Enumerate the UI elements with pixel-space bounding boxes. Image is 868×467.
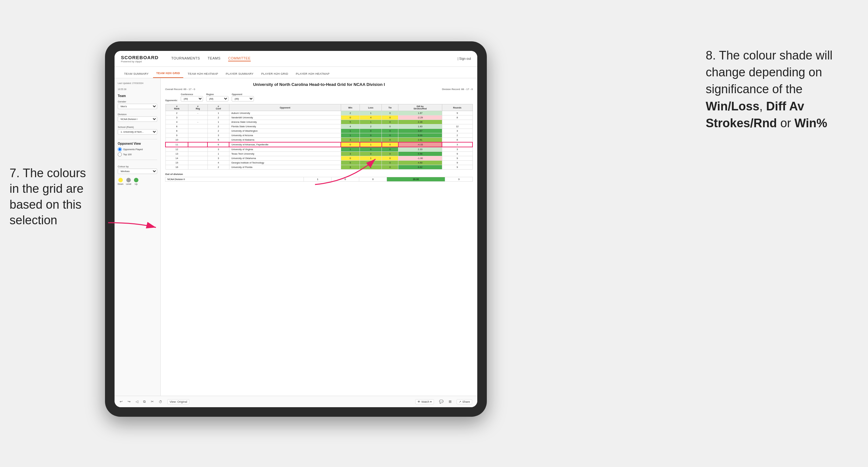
tab-team-summary[interactable]: TEAM SUMMARY <box>121 70 152 78</box>
cell-conf: 3 <box>208 133 229 138</box>
logo-text: SCOREBOARD <box>121 55 158 60</box>
table-row: 9 3 University of Arizona 1 0 0 9.00 2 <box>165 133 472 138</box>
tab-player-h2h-grid[interactable]: PLAYER H2H GRID <box>258 70 291 78</box>
legend-level-label: Level <box>126 183 131 185</box>
watch-label: Watch ▾ <box>421 400 432 403</box>
table-row: 15 4 Georgia Institute of Technology 5 0… <box>165 161 472 165</box>
copy-icon[interactable]: ⧉ <box>143 400 146 404</box>
tab-player-h2h-heatmap[interactable]: PLAYER H2H HEATMAP <box>293 70 333 78</box>
cell-loss: 0 <box>360 138 382 143</box>
cell-reg <box>188 133 208 138</box>
cell-conf: 1 <box>208 120 229 124</box>
radio-opponents-played[interactable]: Opponents Played <box>118 147 157 151</box>
ood-tie: 0 <box>359 177 387 182</box>
opponent-select[interactable]: (All) <box>231 96 254 101</box>
cell-rounds: 9 <box>442 111 472 116</box>
cell-team: University of Alabama <box>229 138 341 143</box>
nav-teams[interactable]: TEAMS <box>208 56 220 61</box>
cell-diff: 1.67 <box>398 111 442 116</box>
conference-select[interactable]: (All) <box>181 96 203 101</box>
cell-conf: 2 <box>208 165 229 169</box>
cell-reg <box>188 165 208 169</box>
cell-rank: 3 <box>165 116 188 120</box>
watch-btn[interactable]: 👁 Watch ▾ <box>415 399 434 404</box>
col-reg: #Reg <box>188 104 208 111</box>
cell-diff: 4.50 <box>398 161 442 165</box>
cell-reg <box>188 129 208 133</box>
cell-tie: 0 <box>382 152 398 156</box>
division-select[interactable]: NCAA Division I <box>118 117 157 122</box>
cell-team: Vanderbilt University <box>229 116 341 120</box>
cell-rounds: 12 <box>442 124 472 129</box>
radio-top-100[interactable]: Top 100 <box>118 152 157 157</box>
timer-icon[interactable]: ⏱ <box>159 400 162 404</box>
back-icon[interactable]: ◁ <box>135 400 138 404</box>
cell-tie: 0 <box>382 133 398 138</box>
bottom-toolbar: ↩ ↪ ◁ ⧉ ✂ ⏱ View: Original 👁 Watch ▾ 💬 ⊞… <box>115 396 477 407</box>
redo-icon[interactable]: ↪ <box>128 400 130 404</box>
cut-icon[interactable]: ✂ <box>151 400 154 404</box>
cell-rank: 11 <box>165 142 188 147</box>
cell-win: 3 <box>341 165 360 169</box>
table-row: 12 3 University of Virginia 1 0 0 2.33 3 <box>165 147 472 152</box>
cell-loss: 0 <box>360 152 382 156</box>
cell-win: 0 <box>341 156 360 161</box>
nav-tournaments[interactable]: TOURNAMENTS <box>171 56 200 61</box>
tab-team-h2h-heatmap[interactable]: TEAM H2H HEATMAP <box>185 70 221 78</box>
cell-rounds: 8 <box>442 138 472 143</box>
cell-reg: - <box>188 120 208 124</box>
cell-win: 3 <box>341 138 360 143</box>
table-row: 3 2 Vanderbilt University 0 4 0 -2.29 8 <box>165 116 472 120</box>
cell-rounds: 3 <box>442 129 472 133</box>
conference-label: Conference <box>181 93 203 95</box>
cell-team: Texas Tech University <box>229 152 341 156</box>
tab-team-h2h-grid[interactable]: TEAM H2H GRID <box>153 69 183 78</box>
comment-icon[interactable]: 💬 <box>439 400 443 404</box>
cell-diff: -1.00 <box>398 156 442 161</box>
gender-select[interactable]: Men's <box>118 104 157 109</box>
cell-conf: 6 <box>208 142 229 147</box>
cell-rounds <box>442 120 472 124</box>
share-btn[interactable]: ↗ Share <box>457 399 472 404</box>
cell-reg <box>188 152 208 156</box>
cell-diff: -2.29 <box>398 116 442 120</box>
cell-team: Georgia Institute of Technology <box>229 161 341 165</box>
cell-diff: 9.00 <box>398 133 442 138</box>
filter-opponent: Opponent (All) <box>231 93 254 101</box>
cell-loss: 4 <box>360 116 382 120</box>
cell-conf: 2 <box>208 129 229 133</box>
nav-committee[interactable]: COMMITTEE <box>228 56 251 61</box>
undo-icon[interactable]: ↩ <box>120 400 123 404</box>
ood-row: NCAA Division II 1 0 0 26.00 3 <box>165 177 473 182</box>
tab-player-summary[interactable]: PLAYER SUMMARY <box>223 70 257 78</box>
cell-tie: 0 <box>382 129 398 133</box>
cell-team: University of Arizona <box>229 133 341 138</box>
filter-row: Opponents: Conference (All) Region (All) <box>165 93 473 101</box>
table-row: 4 - 1 Arizona State University 5 1 0 2.2… <box>165 120 472 124</box>
cell-team: University of Virginia <box>229 147 341 152</box>
col-rounds: Rounds <box>442 104 472 111</box>
region-label: Region <box>206 93 228 95</box>
cell-conf: 3 <box>208 156 229 161</box>
sign-out-link[interactable]: | Sign out <box>458 57 471 60</box>
nav-items: TOURNAMENTS TEAMS COMMITTEE <box>171 56 448 61</box>
view-original-btn[interactable]: View: Original <box>167 399 189 404</box>
cell-reg <box>188 156 208 161</box>
cell-loss: 1 <box>360 111 382 116</box>
col-conf: #Conf <box>208 104 229 111</box>
share-icon: ↗ <box>459 400 461 403</box>
top-navigation: SCOREBOARD Powered by clippd TOURNAMENTS… <box>115 51 477 67</box>
cell-diff: 6.62 <box>398 165 442 169</box>
school-select[interactable]: 1. University of Nort... <box>118 129 157 134</box>
cell-reg <box>188 116 208 120</box>
region-select[interactable]: (All) <box>206 96 228 101</box>
school-label: School (Rank) <box>118 126 157 128</box>
colour-by-select[interactable]: Win/loss <box>118 168 157 174</box>
cell-rank: 4 <box>165 120 188 124</box>
grid-icon[interactable]: ⊞ <box>448 400 452 404</box>
cell-diff: 2.33 <box>398 147 442 152</box>
col-diff: Diff AvStrokes/Rnd <box>398 104 442 111</box>
cell-tie: 0 <box>382 120 398 124</box>
cell-win: 3 <box>341 152 360 156</box>
cell-team: Arizona State University <box>229 120 341 124</box>
